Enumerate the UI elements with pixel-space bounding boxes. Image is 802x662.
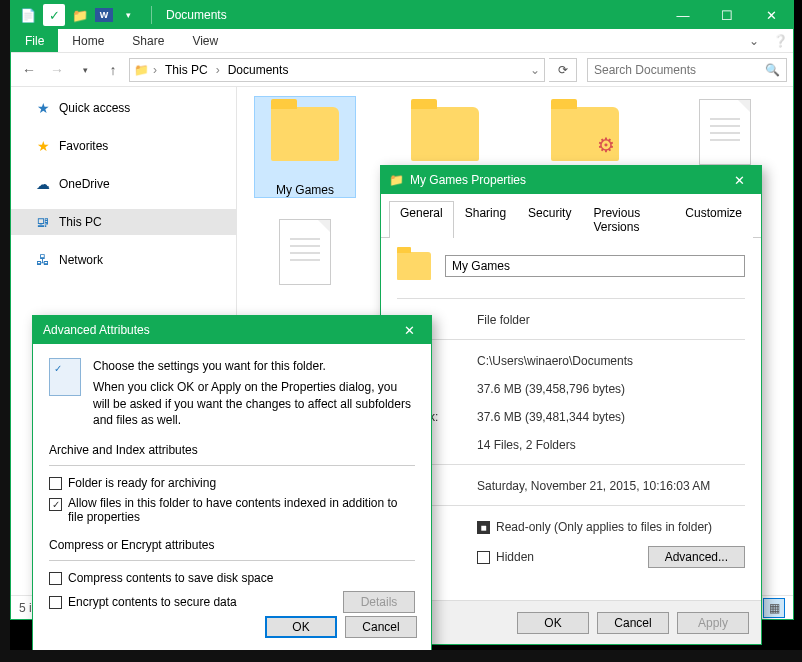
- advanced-footer: OK Cancel: [265, 616, 417, 638]
- cancel-button[interactable]: Cancel: [597, 612, 669, 634]
- advanced-button[interactable]: Advanced...: [648, 546, 745, 568]
- close-button[interactable]: ✕: [749, 1, 793, 29]
- created-value: Saturday, November 21, 2015, 10:16:03 AM: [477, 479, 745, 493]
- chevron-right-icon[interactable]: ›: [216, 63, 220, 77]
- readonly-checkbox[interactable]: ■Read-only (Only applies to files in fol…: [477, 520, 745, 534]
- dialog-title: My Games Properties: [410, 173, 526, 187]
- view-icons-button[interactable]: ▦: [763, 598, 785, 618]
- tab-share[interactable]: Share: [118, 29, 178, 52]
- taskbar-bottom: [0, 650, 802, 662]
- sizeondisk-value: 37.6 MB (39,481,344 bytes): [477, 410, 745, 424]
- search-box[interactable]: 🔍: [587, 58, 787, 82]
- dialog-title: Advanced Attributes: [43, 323, 150, 337]
- chevron-right-icon[interactable]: ›: [153, 63, 157, 77]
- size-value: 37.6 MB (39,458,796 bytes): [477, 382, 745, 396]
- monitor-icon: 🖳: [35, 214, 51, 230]
- nav-network[interactable]: 🖧Network: [11, 247, 236, 273]
- word-icon[interactable]: W: [95, 8, 113, 22]
- nav-favorites[interactable]: ★Favorites: [11, 133, 236, 159]
- settings-icon: [49, 358, 81, 396]
- maximize-button[interactable]: ☐: [705, 1, 749, 29]
- recent-dropdown-icon[interactable]: ▾: [73, 58, 97, 82]
- advanced-body: Choose the settings you want for this fo…: [33, 344, 431, 641]
- star-icon: ★: [35, 138, 51, 154]
- folder-icon: [411, 107, 479, 161]
- close-button[interactable]: ✕: [717, 166, 761, 194]
- minimize-button[interactable]: —: [661, 1, 705, 29]
- details-button[interactable]: Details: [343, 591, 415, 613]
- intro-text-1: Choose the settings you want for this fo…: [93, 358, 415, 375]
- nav-onedrive[interactable]: ☁OneDrive: [11, 171, 236, 197]
- document-icon: [279, 219, 331, 285]
- close-button[interactable]: ✕: [387, 316, 431, 344]
- tab-sharing[interactable]: Sharing: [454, 201, 517, 238]
- archive-group-title: Archive and Index attributes: [49, 443, 415, 457]
- advanced-attributes-dialog: Advanced Attributes ✕ Choose the setting…: [32, 315, 432, 651]
- hidden-checkbox[interactable]: Hidden: [477, 550, 534, 564]
- file-item[interactable]: [255, 217, 355, 295]
- ribbon: File Home Share View ⌄ ❔: [11, 29, 793, 53]
- properties-tabs: General Sharing Security Previous Versio…: [381, 194, 761, 238]
- tab-view[interactable]: View: [178, 29, 232, 52]
- file-label: My Games: [255, 183, 355, 197]
- search-input[interactable]: [594, 63, 765, 77]
- folder-icon[interactable]: 📁: [69, 4, 91, 26]
- compress-group-title: Compress or Encrypt attributes: [49, 538, 415, 552]
- back-button[interactable]: ←: [17, 58, 41, 82]
- apply-button[interactable]: Apply: [677, 612, 749, 634]
- folder-icon: [271, 107, 339, 161]
- cancel-button[interactable]: Cancel: [345, 616, 417, 638]
- checkbox-icon: [49, 572, 62, 585]
- encrypt-checkbox[interactable]: Encrypt contents to secure data: [49, 595, 343, 609]
- nav-this-pc[interactable]: 🖳This PC: [11, 209, 236, 235]
- quick-access-toolbar: 📄 ✓ 📁 W ▾: [11, 4, 145, 26]
- properties-dialog: 📁 My Games Properties ✕ General Sharing …: [380, 165, 762, 645]
- tab-security[interactable]: Security: [517, 201, 582, 238]
- type-value: File folder: [477, 313, 745, 327]
- properties-body: Type:File folder ation:C:\Users\winaero\…: [381, 238, 761, 592]
- search-icon[interactable]: 🔍: [765, 63, 780, 77]
- breadcrumb-thispc[interactable]: This PC: [161, 63, 212, 77]
- location-value: C:\Users\winaero\Documents: [477, 354, 745, 368]
- contains-value: 14 Files, 2 Folders: [477, 438, 745, 452]
- file-tab[interactable]: File: [11, 29, 58, 52]
- folder-name-input[interactable]: [445, 255, 745, 277]
- checkbox-icon: [49, 477, 62, 490]
- check-icon[interactable]: ✓: [43, 4, 65, 26]
- help-icon[interactable]: ❔: [767, 29, 793, 52]
- ok-button[interactable]: OK: [265, 616, 337, 638]
- address-bar[interactable]: 📁 › This PC › Documents ⌄: [129, 58, 545, 82]
- tab-general[interactable]: General: [389, 201, 454, 238]
- advanced-titlebar[interactable]: Advanced Attributes ✕: [33, 316, 431, 344]
- archive-checkbox[interactable]: Folder is ready for archiving: [49, 476, 415, 490]
- window-title: Documents: [166, 8, 227, 22]
- checkbox-icon: ■: [477, 521, 490, 534]
- taskbar-edge: [0, 0, 10, 662]
- qat-dropdown-icon[interactable]: ▾: [117, 4, 139, 26]
- breadcrumb-documents[interactable]: Documents: [224, 63, 293, 77]
- explorer-titlebar[interactable]: 📄 ✓ 📁 W ▾ Documents — ☐ ✕: [11, 1, 793, 29]
- refresh-button[interactable]: ⟳: [549, 58, 577, 82]
- address-folder-icon: 📁: [134, 63, 149, 77]
- tab-previous-versions[interactable]: Previous Versions: [582, 201, 674, 238]
- folder-icon: ⚙: [551, 107, 619, 161]
- intro-text-2: When you click OK or Apply on the Proper…: [93, 379, 415, 429]
- index-checkbox[interactable]: Allow files in this folder to have conte…: [49, 496, 415, 524]
- nav-quick-access[interactable]: ★Quick access: [11, 95, 236, 121]
- up-button[interactable]: ↑: [101, 58, 125, 82]
- address-dropdown-icon[interactable]: ⌄: [530, 63, 540, 77]
- checkbox-icon: [477, 551, 490, 564]
- document-icon: [699, 99, 751, 165]
- tab-home[interactable]: Home: [58, 29, 118, 52]
- ok-button[interactable]: OK: [517, 612, 589, 634]
- properties-footer: OK Cancel Apply: [381, 600, 761, 644]
- forward-button[interactable]: →: [45, 58, 69, 82]
- file-item-mygames[interactable]: My Games: [255, 97, 355, 197]
- tab-customize[interactable]: Customize: [674, 201, 753, 238]
- ribbon-expand-icon[interactable]: ⌄: [741, 29, 767, 52]
- properties-icon[interactable]: 📄: [17, 4, 39, 26]
- folder-icon: [397, 252, 431, 280]
- star-icon: ★: [35, 100, 51, 116]
- compress-checkbox[interactable]: Compress contents to save disk space: [49, 571, 415, 585]
- properties-titlebar[interactable]: 📁 My Games Properties ✕: [381, 166, 761, 194]
